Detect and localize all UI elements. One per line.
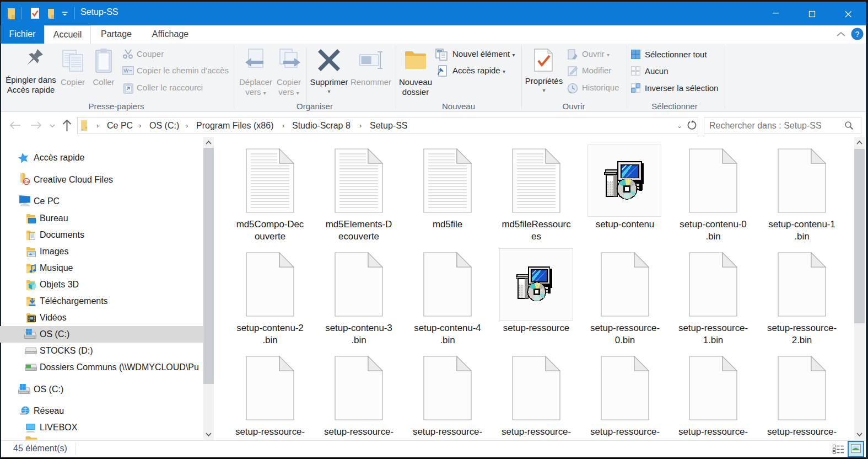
svg-text:Co: Co bbox=[24, 180, 29, 184]
svg-text:?: ? bbox=[855, 30, 860, 39]
